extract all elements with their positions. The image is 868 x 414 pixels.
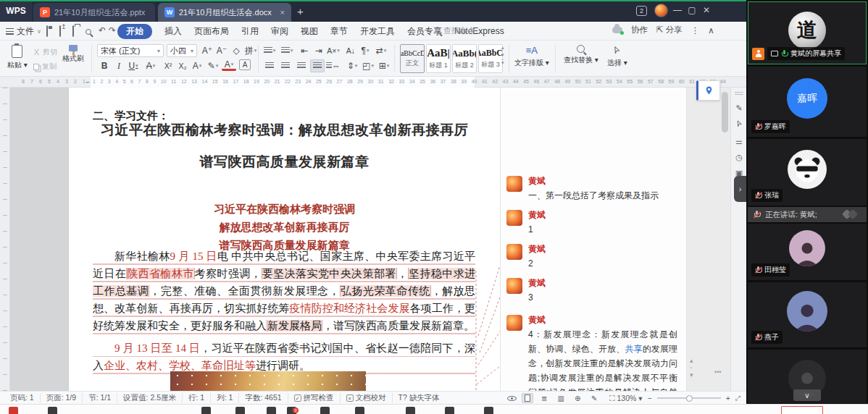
format-painter-button[interactable]: 格式刷 bbox=[62, 45, 84, 64]
underline-button[interactable]: U▾ bbox=[126, 59, 141, 72]
taskbar-app-icon[interactable] bbox=[48, 407, 57, 414]
decrease-font-button[interactable]: A⁻ bbox=[214, 44, 229, 57]
status-item[interactable]: 页面: 1/9 bbox=[41, 393, 83, 403]
spell-check-toggle[interactable]: ✓拼写检查 bbox=[288, 393, 341, 403]
wps-logo[interactable]: WPS bbox=[0, 0, 32, 22]
page-view-button[interactable] bbox=[522, 393, 533, 403]
user-avatar[interactable] bbox=[654, 4, 668, 17]
undo-button[interactable]: ↶ bbox=[99, 25, 106, 35]
status-item[interactable]: 列: 1 bbox=[211, 393, 239, 403]
tab-pptx[interactable]: P 21年10月组织生活会.pptx bbox=[33, 3, 155, 22]
participant-tile-partial[interactable]: ∨ bbox=[748, 350, 867, 403]
pen-annotate-button[interactable]: ✎ bbox=[588, 393, 600, 403]
history-clock-icon[interactable]: ◷ bbox=[731, 153, 746, 162]
vertical-scrollbar[interactable] bbox=[722, 92, 728, 132]
comment-card-3[interactable]: 黄斌2 bbox=[506, 244, 680, 271]
cut-button[interactable]: 剪切 bbox=[33, 47, 57, 57]
taskbar-app-icon[interactable] bbox=[9, 407, 18, 414]
window-count-badge[interactable]: 2 bbox=[636, 6, 647, 16]
taskbar-app-icon[interactable] bbox=[320, 407, 330, 414]
menu-tab-审阅[interactable]: 审阅 bbox=[271, 25, 288, 38]
taskbar-app-icon[interactable] bbox=[267, 407, 276, 414]
participant-tile-luojiahui[interactable]: 嘉晖 罗嘉晖 bbox=[748, 67, 867, 137]
superscript-button[interactable]: X² bbox=[161, 59, 175, 72]
highlight-color-button[interactable]: ✎▾ bbox=[206, 59, 220, 72]
pen-tool-icon[interactable]: ✎ bbox=[731, 104, 746, 113]
taskbar-app-icon[interactable] bbox=[484, 407, 493, 414]
tab-close-icon[interactable]: × bbox=[280, 8, 285, 17]
tab-stop-marker[interactable]: ⌐ bbox=[86, 79, 90, 85]
menu-tab-插入[interactable]: 插入 bbox=[164, 25, 182, 38]
bold-button[interactable]: B bbox=[97, 59, 112, 72]
comment-card-5[interactable]: 黄斌4：新发展理念：新发展理念就是创新、协调、绿色、开放、共享的发展理念，创新发… bbox=[506, 315, 680, 391]
scroll-arrows[interactable]: ▴◦▾ bbox=[690, 357, 694, 379]
fullscreen-button[interactable]: ⤢ bbox=[735, 394, 740, 402]
cloud-sync-icon[interactable] bbox=[612, 27, 622, 33]
share-button[interactable]: ⇱ 分享 bbox=[656, 25, 683, 35]
maximize-button[interactable]: ▢ bbox=[685, 5, 698, 15]
close-button[interactable]: ✕ bbox=[700, 5, 713, 15]
comment-card-4[interactable]: 黄斌3 bbox=[506, 278, 680, 305]
eye-protect-icon[interactable] bbox=[507, 396, 517, 401]
increase-font-button[interactable]: A⁺ bbox=[200, 44, 214, 57]
new-tab-button[interactable]: + bbox=[297, 4, 304, 19]
align-right-button[interactable] bbox=[294, 59, 309, 72]
zoom-level[interactable]: ⛶ 130% ▾ bbox=[609, 394, 642, 403]
quick-save-button[interactable] bbox=[46, 26, 48, 36]
outline-view-button[interactable]: ≣ bbox=[538, 393, 550, 403]
character-border-button[interactable]: A bbox=[239, 59, 251, 70]
char-scale-button[interactable]: A×▾ bbox=[326, 44, 341, 57]
style-正文[interactable]: AaBbCcDd正文 bbox=[400, 44, 425, 73]
pinyin-guide-button[interactable]: 拼▾ bbox=[243, 44, 258, 57]
text-layout-button[interactable]: ≡A 文字排版 ▾ bbox=[514, 45, 549, 68]
settings-sliders-icon[interactable]: ⚌ bbox=[731, 137, 746, 146]
bullet-list-button[interactable]: ▾ bbox=[262, 44, 277, 57]
more-options-dots[interactable]: ••• bbox=[714, 368, 721, 376]
taskbar-app-icon[interactable] bbox=[201, 407, 211, 414]
sort-button[interactable]: A↓ bbox=[343, 44, 358, 57]
status-item[interactable]: 行: 1 bbox=[183, 393, 211, 403]
command-search[interactable]: 查找命令... bbox=[435, 25, 482, 36]
shading-button[interactable]: ◰▾ bbox=[361, 59, 375, 72]
line-spacing-button[interactable]: ⇕▾ bbox=[345, 59, 359, 72]
status-item[interactable]: 字数: 4651 bbox=[239, 393, 288, 403]
menu-tab-开发工具[interactable]: 开发工具 bbox=[360, 25, 395, 38]
font-name-select[interactable]: 宋体 (正文)▾ bbox=[97, 44, 164, 57]
drag-handle-icon[interactable] bbox=[735, 92, 743, 96]
taskbar-app-icon[interactable] bbox=[235, 407, 245, 414]
more-menu-icon[interactable]: ⋮ bbox=[691, 25, 700, 35]
comment-card-2[interactable]: 黄斌1 bbox=[506, 210, 680, 237]
taskbar-app-icon[interactable] bbox=[406, 407, 415, 414]
justify-button[interactable] bbox=[310, 59, 325, 72]
text-effects-button[interactable]: A▾ bbox=[190, 59, 204, 72]
quick-preview-button[interactable] bbox=[85, 27, 91, 37]
clear-format-button[interactable]: ◇ bbox=[229, 44, 243, 57]
style-标题 3[interactable]: AaBbC(标题 3 bbox=[478, 44, 503, 73]
collapse-ribbon-icon[interactable]: ∧ bbox=[708, 25, 714, 35]
zoom-in-button[interactable]: + bbox=[726, 394, 730, 402]
menu-tab-引用[interactable]: 引用 bbox=[241, 25, 259, 38]
distribute-button[interactable]: ⇔ bbox=[326, 59, 341, 72]
borders-button[interactable]: ⊞▾ bbox=[377, 59, 391, 72]
text-direction-button[interactable]: ⇄▾ bbox=[374, 44, 388, 57]
collapse-panel-button[interactable]: ∨ bbox=[793, 389, 821, 401]
minimize-button[interactable]: — bbox=[671, 5, 684, 15]
vertical-ruler[interactable] bbox=[0, 88, 10, 391]
paragraph-mark-button[interactable]: ¶▾ bbox=[358, 44, 372, 57]
taskbar-app-icon[interactable] bbox=[355, 407, 364, 414]
style-标题 1[interactable]: AaB|标题 1 bbox=[426, 44, 451, 73]
zoom-slider[interactable] bbox=[657, 397, 721, 399]
align-center-button[interactable] bbox=[278, 59, 293, 72]
participant-tile-yanzi[interactable]: 燕子 bbox=[748, 282, 867, 347]
collaborate-button[interactable]: 协作 bbox=[631, 25, 648, 35]
menu-tab-章节[interactable]: 章节 bbox=[330, 25, 348, 38]
style-标题 2[interactable]: AaBb(标题 2 bbox=[452, 44, 477, 73]
strikethrough-button[interactable]: A▾ bbox=[143, 59, 158, 72]
find-replace-button[interactable]: 查找替换 ▾ bbox=[564, 45, 598, 65]
decrease-indent-button[interactable]: ⇤ bbox=[297, 44, 312, 57]
menu-tab-页面布局[interactable]: 页面布局 bbox=[194, 25, 229, 38]
quick-print-button[interactable] bbox=[72, 26, 74, 36]
horizontal-ruler[interactable]: ⌐ 87654321 12345678910111213141516171819… bbox=[0, 77, 746, 88]
quick-export-button[interactable] bbox=[59, 26, 61, 36]
number-list-button[interactable]: ▾ bbox=[280, 44, 294, 57]
